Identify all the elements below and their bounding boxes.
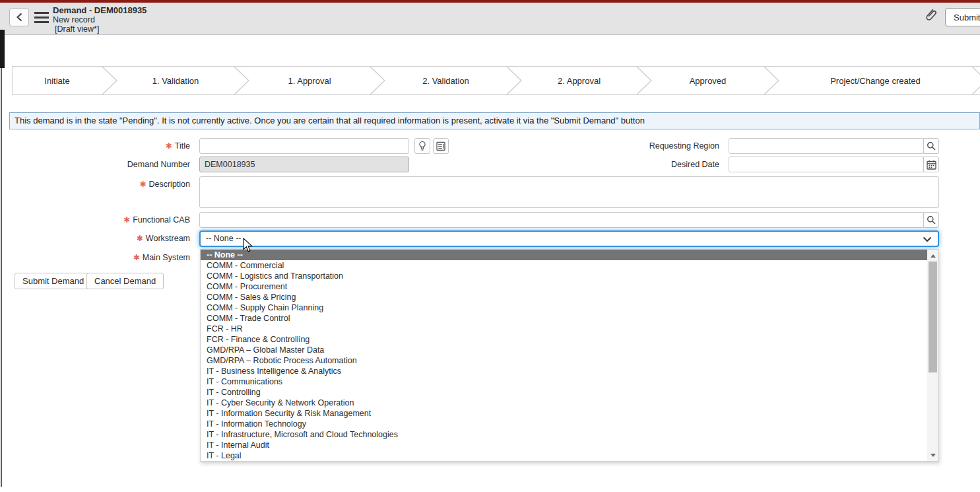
template-icon [436,141,445,151]
functional-cab-input[interactable] [199,212,924,228]
workstream-select[interactable]: -- None -- [199,230,939,247]
workstream-option[interactable]: IT - Controlling [201,387,927,398]
workstream-option[interactable]: COMM - Procurement [201,281,927,292]
workstream-option[interactable]: IT - Information Security & Risk Managem… [201,408,927,419]
back-chevron-icon [16,13,23,22]
requesting-region-lookup-button[interactable] [923,138,939,154]
functional-cab-lookup-button[interactable] [923,212,939,228]
required-asterisk-icon: ✱ [133,253,140,262]
lightbulb-icon [418,141,426,152]
left-edge-line [1,68,2,487]
cancel-demand-button[interactable]: Cancel Demand [86,273,164,289]
search-icon [927,215,936,225]
title-input[interactable] [199,138,409,154]
workstream-option[interactable]: IT - Cyber Security & Network Operation [201,398,927,408]
description-textarea[interactable] [199,176,939,208]
toggle-template-bar-button[interactable] [433,138,449,154]
process-flow-stage: 1. Approval [249,67,370,94]
demand-number-input [199,157,409,172]
workstream-option[interactable]: IT - Legal [201,450,927,461]
record-title-block: Demand - DEM0018935 New record [Draft vi… [53,6,147,34]
main-system-label: ✱Main System [0,250,190,265]
description-label: ✱Description [0,177,190,192]
chevron-separator-icon [234,67,249,94]
workstream-option[interactable]: IT - Information Technology [201,419,927,429]
attachment-paperclip-icon[interactable] [923,7,938,27]
required-asterisk-icon: ✱ [139,180,146,189]
process-flow-stage: 2. Approval [522,67,636,94]
workstream-option[interactable]: FCR - Finance & Controlling [201,334,927,345]
workstream-option[interactable]: GMD/RPA – Robotic Process Automation [201,355,927,366]
process-flow-stage: 1. Validation [117,67,234,94]
scroll-down-icon[interactable] [927,450,938,460]
record-header: Demand - DEM0018935 New record [Draft vi… [0,3,980,35]
desired-date-calendar-button[interactable] [923,157,939,172]
functional-cab-label: ✱Functional CAB [0,213,190,228]
workstream-label: ✱Workstream [0,231,190,246]
chevron-separator-icon [370,67,385,94]
required-asterisk-icon: ✱ [123,215,130,225]
requesting-region-input[interactable] [729,138,924,154]
state-info-banner: This demand is in the state "Pending". I… [9,112,980,129]
chevron-down-icon [923,236,932,242]
record-subtitle: New record [53,15,147,24]
required-asterisk-icon: ✱ [166,141,172,151]
requesting-region-label: Requesting Region [528,139,719,154]
chevron-separator-icon [506,67,522,94]
left-edge-block [0,30,5,68]
required-asterisk-icon: ✱ [137,234,143,243]
workstream-option[interactable]: COMM - Logistics and Transportation [201,271,927,281]
workstream-option[interactable]: IT - Infrastructure, Microsoft and Cloud… [201,429,927,440]
workstream-dropdown-panel: -- None --COMM - CommercialCOMM - Logist… [200,249,939,462]
workstream-option[interactable]: COMM - Sales & Pricing [201,292,927,302]
chevron-separator-icon [636,67,652,94]
desired-date-label: Desired Date [528,157,719,172]
chevron-separator-icon [971,67,980,94]
process-flow-stage: Approved [652,67,764,94]
calendar-icon [927,160,936,170]
header-submit-demand-button[interactable]: Submit Demand [945,8,980,26]
workstream-option[interactable]: IT - Business Intelligence & Analytics [201,366,927,376]
view-label: [Draft view*] [53,24,147,34]
title-label: ✱Title [0,139,190,154]
workstream-option[interactable]: -- None -- [201,250,927,260]
workstream-option[interactable]: IT - Internal Audit [201,440,927,450]
back-button[interactable] [9,8,29,26]
desired-date-input[interactable] [729,157,924,172]
process-flow-stage: 2. Validation [385,67,506,94]
process-flow: Initiate 1. Validation 1. Approval 2. Va… [12,66,980,95]
workstream-option[interactable]: COMM - Trade Control [201,313,927,324]
chevron-separator-icon [764,67,779,94]
dropdown-scrollbar[interactable] [927,250,938,461]
workstream-options: -- None --COMM - CommercialCOMM - Logist… [201,250,927,461]
workstream-selected-value: -- None -- [206,234,241,243]
scrollbar-thumb[interactable] [929,262,937,372]
workstream-option[interactable]: FCR - HR [201,324,927,334]
context-menu-icon[interactable] [34,12,49,23]
search-icon [927,141,936,151]
workstream-option[interactable]: IT - Communications [201,376,927,387]
submit-demand-button[interactable]: Submit Demand [15,273,92,289]
suggestion-lightbulb-button[interactable] [414,138,430,154]
chevron-separator-icon [102,67,117,94]
page-title: Demand - DEM0018935 [53,6,147,15]
process-flow-stage: Project/Change created [779,67,971,94]
demand-number-label: Demand Number [0,157,190,172]
workstream-option[interactable]: COMM - Commercial [201,260,927,271]
workstream-option[interactable]: COMM - Supply Chain Planning [201,302,927,313]
workstream-option[interactable]: GMD/RPA – Global Master Data [201,345,927,355]
scroll-up-icon[interactable] [927,251,938,260]
process-flow-stage: Initiate [13,67,102,94]
